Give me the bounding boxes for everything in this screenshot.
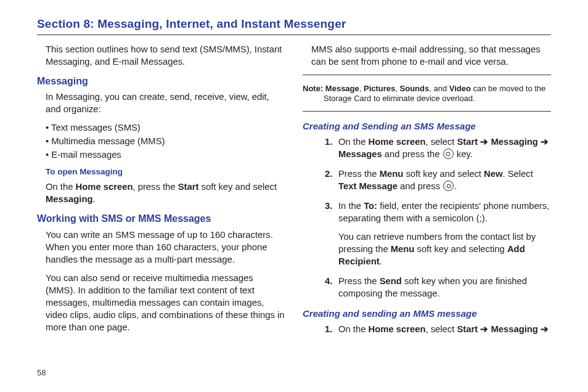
t: Home screen — [76, 182, 133, 192]
t: Messages — [338, 149, 382, 159]
t: , and — [429, 84, 449, 93]
arrow-icon: ➔ — [538, 137, 549, 147]
t: Menu — [380, 169, 404, 179]
note-rule-top — [303, 75, 551, 75]
t: New — [484, 169, 502, 179]
bullet-mms: Multimedia message (MMS) — [46, 136, 285, 148]
t: . — [380, 256, 382, 266]
t: . — [454, 181, 457, 191]
step-number: 4. — [325, 276, 338, 300]
t: . — [92, 194, 95, 204]
sms-step-2: 2. Press the Menu soft key and select Ne… — [325, 168, 551, 193]
t: and press — [398, 181, 443, 191]
t: Pictures — [364, 84, 395, 93]
working-p1: You can write an SMS message of up to 16… — [46, 229, 285, 266]
intro-text: This section outlines how to send text (… — [46, 44, 285, 68]
t: and press the — [382, 149, 443, 159]
sms-step-1: 1. On the Home screen, select Start ➔ Me… — [325, 136, 551, 161]
t: Message — [325, 84, 359, 93]
left-column: This section outlines how to send text (… — [37, 44, 285, 344]
arrow-icon: ➔ — [538, 324, 549, 334]
t: To: — [364, 201, 377, 211]
t: Messaging — [491, 137, 537, 147]
t: Start — [178, 182, 199, 192]
columns: This section outlines how to send text (… — [37, 44, 551, 344]
t: Menu — [391, 244, 415, 254]
section-title: Section 8: Messaging, Internet, and Inst… — [37, 16, 551, 32]
t: soft key and selecting — [414, 244, 507, 254]
page-number: 58 — [37, 367, 46, 378]
t: , — [395, 84, 399, 93]
t: . Select — [502, 169, 533, 179]
step-number: 3. — [325, 200, 338, 268]
t: , — [359, 84, 364, 93]
ok-key-icon — [443, 181, 454, 191]
mms-heading: Creating and sending an MMS message — [303, 308, 551, 320]
t: In the — [338, 201, 364, 211]
t: Messaging — [46, 194, 92, 204]
t: Start — [457, 324, 478, 334]
t: soft key and select — [403, 169, 484, 179]
sms-step-4: 4. Press the Send soft key when you are … — [325, 276, 551, 300]
t: , select — [425, 324, 457, 334]
sms-steps: 1. On the Home screen, select Start ➔ Me… — [325, 136, 551, 300]
ok-key-icon — [443, 149, 454, 159]
mms-steps: 1. On the Home screen, select Start ➔ Me… — [325, 324, 551, 336]
t: , select — [425, 137, 457, 147]
note-rule-bottom — [303, 111, 551, 112]
t: Sounds — [400, 84, 430, 93]
open-messaging-heading: To open Messaging — [46, 166, 285, 178]
arrow-icon: ➔ — [478, 137, 491, 147]
open-messaging-text: On the Home screen, press the Start soft… — [46, 181, 285, 206]
t: Press the — [338, 276, 380, 286]
t: Video — [449, 84, 471, 93]
step-number: 1. — [325, 324, 338, 336]
mms-intro: MMS also supports e-mail addressing, so … — [311, 44, 551, 68]
sms-step-3: 3. In the To: field, enter the recipient… — [325, 200, 551, 268]
t: On the — [338, 137, 369, 147]
right-column: MMS also supports e-mail addressing, so … — [303, 44, 551, 344]
t: Home screen — [369, 137, 426, 147]
step-number: 2. — [325, 168, 338, 193]
bullet-email: E-mail messages — [46, 149, 285, 161]
t: soft key and select — [198, 182, 277, 192]
note-block: Note: Message, Pictures, Sounds, and Vid… — [303, 84, 551, 104]
arrow-icon: ➔ — [478, 324, 491, 334]
working-heading: Working with SMS or MMS Messages — [37, 212, 285, 226]
t: Home screen — [369, 324, 426, 334]
t: Start — [457, 137, 478, 147]
note-label: Note: — [303, 84, 323, 93]
t: Send — [380, 276, 402, 286]
working-p2: You can also send or receive multimedia … — [46, 272, 285, 334]
t: Press the — [338, 169, 380, 179]
mms-step-1: 1. On the Home screen, select Start ➔ Me… — [325, 324, 551, 336]
sms-heading: Creating and Sending an SMS Message — [303, 120, 551, 133]
t: On the — [338, 324, 369, 334]
t: key. — [454, 149, 473, 159]
t: , press the — [133, 182, 178, 192]
messaging-heading: Messaging — [37, 75, 285, 88]
t: On the — [46, 182, 76, 192]
bullet-sms: Text messages (SMS) — [46, 122, 285, 134]
messaging-bullets: Text messages (SMS) Multimedia message (… — [46, 122, 285, 161]
step-number: 1. — [325, 136, 338, 161]
t: Text Message — [338, 181, 398, 191]
t: Messaging — [491, 324, 537, 334]
section-rule — [37, 35, 551, 35]
messaging-p1: In Messaging, you can create, send, rece… — [46, 91, 285, 116]
